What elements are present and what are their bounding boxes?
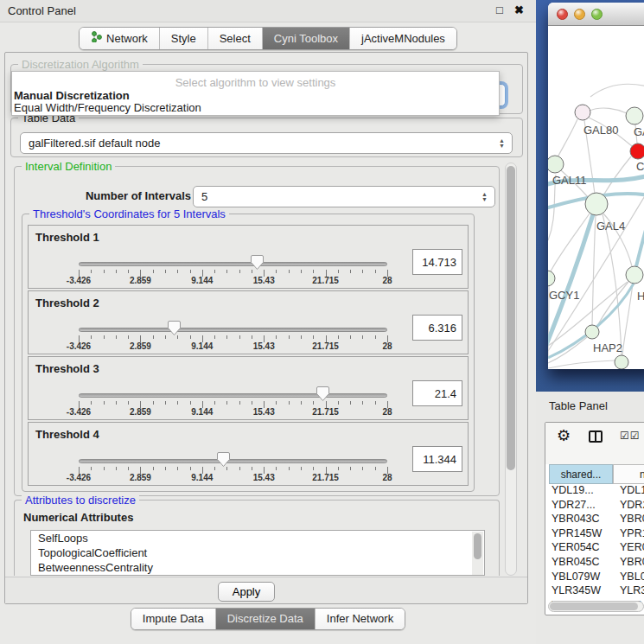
- column-header-shared[interactable]: shared...: [549, 464, 613, 484]
- close-traffic-light[interactable]: [557, 9, 568, 20]
- panel-scrollbar[interactable]: [505, 163, 517, 576]
- attribute-list-item[interactable]: SelfLoops: [31, 531, 484, 545]
- slider-tick: [116, 467, 117, 470]
- number-of-intervals-select[interactable]: 5 ▲▼: [193, 186, 495, 207]
- network-edge-thick[interactable]: [636, 201, 644, 266]
- threshold-label: Threshold 3: [35, 362, 99, 375]
- network-edge[interactable]: [597, 282, 628, 326]
- slider-track[interactable]: [79, 262, 387, 266]
- threshold-value-field[interactable]: 11.344: [412, 446, 462, 472]
- table-row[interactable]: YDL19...YDL1: [549, 484, 644, 499]
- float-window-icon[interactable]: □: [496, 3, 503, 16]
- slider-tick: [252, 467, 252, 470]
- numerical-attributes-label: Numerical Attributes: [23, 511, 133, 524]
- threshold-value-field[interactable]: 6.316: [412, 315, 462, 341]
- table-rows: YDL19...YDL1YDR27...YDR2YBR043CYBR0YPR14…: [549, 484, 644, 613]
- slider-tick: [276, 467, 277, 470]
- cell-name: YBR0: [620, 556, 644, 568]
- table-row[interactable]: YPR145WYPR1: [549, 527, 644, 542]
- tab-jactivemnodules[interactable]: jActiveMNodules: [350, 28, 456, 49]
- table-hscrollbar[interactable]: [548, 601, 644, 612]
- gear-icon[interactable]: ⚙: [557, 426, 571, 445]
- threshold-value-field[interactable]: 14.713: [412, 249, 462, 275]
- slider-track[interactable]: [79, 393, 387, 398]
- network-canvas[interactable]: GAL80GACGAL11GAL4GCY1HHAP2: [548, 26, 644, 369]
- table-row[interactable]: YBL079WYBL0: [549, 571, 644, 585]
- slider-tick: [375, 270, 376, 273]
- network-node-gal4[interactable]: [585, 193, 608, 215]
- table-header: shared... n: [545, 464, 644, 484]
- slider-tick-label: 28: [382, 276, 392, 285]
- tab-label: Network: [106, 32, 148, 45]
- tab-style[interactable]: Style: [160, 28, 208, 49]
- attribute-list-item[interactable]: TopologicalCoefficient: [31, 545, 484, 560]
- table-row[interactable]: YBR045CYBR0: [549, 556, 644, 571]
- tab-impute-data[interactable]: Impute Data: [131, 609, 216, 629]
- dropdown-option[interactable]: Manual Discretization: [14, 89, 130, 102]
- slider-tick: [350, 270, 351, 273]
- thresholds-group-title: Threshold's Coordinates for 5 Intervals: [29, 207, 229, 220]
- network-node-ga[interactable]: [626, 107, 643, 124]
- slider-tick: [91, 335, 92, 339]
- network-edge[interactable]: [548, 337, 587, 363]
- network-edge[interactable]: [590, 84, 644, 97]
- close-icon[interactable]: ✖: [514, 3, 524, 16]
- network-node-gal11[interactable]: [548, 156, 564, 173]
- network-node-gal80[interactable]: [575, 105, 590, 120]
- attributes-scrollbar[interactable]: [472, 532, 483, 576]
- table-data-select[interactable]: galFiltered.sif default node ▲▼: [20, 132, 513, 154]
- network-node-hap2[interactable]: [585, 325, 599, 339]
- slider-tick: [276, 335, 277, 339]
- network-node-unlabeled[interactable]: [615, 355, 628, 369]
- network-edge[interactable]: [590, 108, 627, 113]
- slider-tick: [362, 335, 363, 339]
- cell-name: YDR2: [620, 499, 644, 511]
- table-row[interactable]: YLR345WYLR3: [549, 584, 644, 599]
- slider-thumb[interactable]: [167, 320, 182, 336]
- tab-discretize-data[interactable]: Discretize Data: [216, 609, 316, 629]
- cell-shared-name: YDL19...: [552, 484, 594, 496]
- slider-tick: [91, 467, 92, 470]
- tab-network[interactable]: Network: [80, 28, 160, 49]
- network-edge[interactable]: [548, 360, 615, 368]
- slider-tick: [239, 335, 240, 339]
- slider-tick: [252, 335, 252, 339]
- network-icon: [91, 31, 102, 45]
- interval-definition-title: Interval Definition: [22, 160, 115, 173]
- zoom-traffic-light[interactable]: [591, 9, 603, 20]
- tab-select[interactable]: Select: [208, 28, 263, 49]
- numerical-attributes-list[interactable]: SelfLoopsTopologicalCoefficientBetweenne…: [30, 530, 485, 576]
- slider-tick: [313, 270, 314, 273]
- apply-button[interactable]: Apply: [218, 582, 275, 602]
- threshold-box: Threshold 1-3.4262.8599.14415.4321.71528…: [28, 225, 469, 289]
- network-node-c[interactable]: [630, 143, 644, 159]
- attribute-list-item[interactable]: BetweennessCentrality: [31, 560, 484, 575]
- table-row[interactable]: YBR043CYBR0: [549, 513, 644, 527]
- dropdown-option[interactable]: Equal Width/Frequency Discretization: [14, 101, 201, 114]
- network-edge[interactable]: [558, 119, 577, 157]
- columns-icon[interactable]: [589, 430, 603, 443]
- checkbox-icons[interactable]: ☑☑: [620, 430, 641, 442]
- network-node-h[interactable]: [626, 266, 643, 284]
- slider-tick-label: 9.144: [191, 276, 213, 285]
- minimize-traffic-light[interactable]: [574, 9, 585, 20]
- slider-tick: [153, 401, 154, 405]
- slider-thumb[interactable]: [216, 451, 231, 468]
- slider-tick: [226, 401, 227, 405]
- slider-track[interactable]: [79, 459, 387, 463]
- column-header-name[interactable]: n: [613, 464, 644, 484]
- threshold-value-field[interactable]: 21.4: [412, 380, 462, 406]
- slider-thumb[interactable]: [250, 254, 265, 271]
- network-node-gcy1[interactable]: [548, 271, 555, 286]
- slider-tick: [153, 270, 154, 273]
- tab-cyni-toolbox[interactable]: Cyni Toolbox: [263, 28, 350, 49]
- slider-thumb[interactable]: [316, 386, 330, 402]
- slider-tick: [104, 467, 105, 470]
- table-row[interactable]: YER054CYER0: [549, 541, 644, 556]
- bottom-tab-bar: Impute DataDiscretize DataInfer Network: [0, 608, 536, 630]
- slider-tick-label: 21.715: [312, 407, 339, 417]
- tab-infer-network[interactable]: Infer Network: [316, 609, 405, 629]
- slider-track[interactable]: [79, 328, 387, 332]
- network-edge[interactable]: [603, 156, 631, 195]
- table-row[interactable]: YDR27...YDR2: [549, 499, 644, 513]
